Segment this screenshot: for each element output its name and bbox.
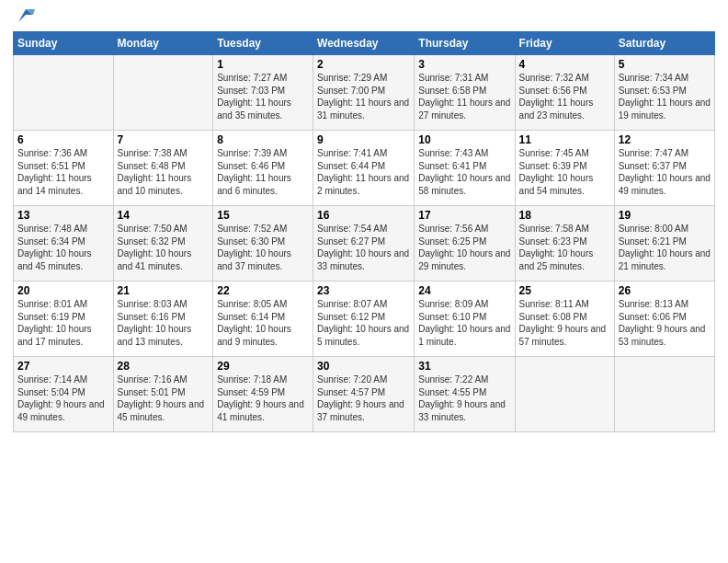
day-info: Sunrise: 7:38 AMSunset: 6:48 PMDaylight:… — [118, 147, 210, 197]
day-number: 2 — [317, 58, 410, 71]
calendar-table: SundayMondayTuesdayWednesdayThursdayFrid… — [13, 31, 715, 432]
day-number: 16 — [317, 209, 410, 222]
day-cell: 24Sunrise: 8:09 AMSunset: 6:10 PMDayligh… — [415, 282, 515, 357]
day-number: 10 — [418, 133, 510, 146]
day-number: 27 — [17, 360, 109, 373]
day-info: Sunrise: 7:31 AMSunset: 6:58 PMDaylight:… — [418, 72, 510, 121]
day-number: 21 — [118, 284, 210, 297]
day-number: 31 — [418, 360, 510, 373]
day-info: Sunrise: 7:22 AMSunset: 4:55 PMDaylight:… — [418, 373, 510, 423]
day-info: Sunrise: 7:43 AMSunset: 6:41 PMDaylight:… — [418, 147, 510, 197]
day-info: Sunrise: 7:54 AMSunset: 6:27 PMDaylight:… — [317, 223, 410, 272]
day-number: 8 — [217, 133, 309, 146]
logo-bird-icon — [15, 6, 35, 26]
day-info: Sunrise: 7:50 AMSunset: 6:32 PMDaylight:… — [118, 223, 210, 272]
day-info: Sunrise: 8:05 AMSunset: 6:14 PMDaylight:… — [217, 298, 309, 348]
day-cell: 23Sunrise: 8:07 AMSunset: 6:12 PMDayligh… — [313, 282, 415, 357]
day-cell: 31Sunrise: 7:22 AMSunset: 4:55 PMDayligh… — [415, 357, 515, 432]
day-info: Sunrise: 7:32 AMSunset: 6:56 PMDaylight:… — [519, 72, 610, 121]
day-number: 14 — [118, 209, 210, 222]
day-cell: 8Sunrise: 7:39 AMSunset: 6:46 PMDaylight… — [213, 131, 313, 206]
day-info: Sunrise: 7:41 AMSunset: 6:44 PMDaylight:… — [317, 147, 410, 197]
day-cell: 18Sunrise: 7:58 AMSunset: 6:23 PMDayligh… — [515, 206, 614, 282]
week-row-3: 13Sunrise: 7:48 AMSunset: 6:34 PMDayligh… — [14, 206, 715, 282]
day-number: 20 — [17, 284, 109, 297]
day-cell: 9Sunrise: 7:41 AMSunset: 6:44 PMDaylight… — [313, 131, 415, 206]
day-cell: 30Sunrise: 7:20 AMSunset: 4:57 PMDayligh… — [313, 357, 415, 432]
day-info: Sunrise: 8:00 AMSunset: 6:21 PMDaylight:… — [619, 223, 711, 272]
week-row-2: 6Sunrise: 7:36 AMSunset: 6:51 PMDaylight… — [14, 131, 715, 206]
day-number: 18 — [519, 209, 610, 222]
day-cell: 4Sunrise: 7:32 AMSunset: 6:56 PMDaylight… — [515, 55, 614, 131]
day-number: 5 — [619, 58, 711, 71]
day-info: Sunrise: 7:45 AMSunset: 6:39 PMDaylight:… — [519, 147, 610, 197]
logo — [13, 13, 35, 26]
day-number: 3 — [418, 58, 510, 71]
week-row-4: 20Sunrise: 8:01 AMSunset: 6:19 PMDayligh… — [14, 282, 715, 357]
day-number: 11 — [519, 133, 610, 146]
day-number: 26 — [619, 284, 711, 297]
day-number: 29 — [217, 360, 309, 373]
day-cell: 1Sunrise: 7:27 AMSunset: 7:03 PMDaylight… — [213, 55, 313, 131]
day-cell: 13Sunrise: 7:48 AMSunset: 6:34 PMDayligh… — [14, 206, 114, 282]
day-number: 6 — [17, 133, 109, 146]
day-number: 22 — [217, 284, 309, 297]
day-info: Sunrise: 7:36 AMSunset: 6:51 PMDaylight:… — [17, 147, 109, 197]
day-cell — [614, 357, 714, 432]
day-info: Sunrise: 7:39 AMSunset: 6:46 PMDaylight:… — [217, 147, 309, 197]
day-cell: 19Sunrise: 8:00 AMSunset: 6:21 PMDayligh… — [614, 206, 714, 282]
day-number: 12 — [619, 133, 711, 146]
col-header-tuesday: Tuesday — [213, 32, 313, 55]
day-info: Sunrise: 7:56 AMSunset: 6:25 PMDaylight:… — [418, 223, 510, 272]
day-number: 15 — [217, 209, 309, 222]
day-number: 28 — [118, 360, 210, 373]
day-number: 1 — [217, 58, 309, 71]
week-row-5: 27Sunrise: 7:14 AMSunset: 5:04 PMDayligh… — [14, 357, 715, 432]
day-cell: 6Sunrise: 7:36 AMSunset: 6:51 PMDaylight… — [14, 131, 114, 206]
day-cell: 3Sunrise: 7:31 AMSunset: 6:58 PMDaylight… — [415, 55, 515, 131]
day-cell: 17Sunrise: 7:56 AMSunset: 6:25 PMDayligh… — [415, 206, 515, 282]
day-cell — [14, 55, 114, 131]
day-info: Sunrise: 8:03 AMSunset: 6:16 PMDaylight:… — [118, 298, 210, 348]
day-cell: 11Sunrise: 7:45 AMSunset: 6:39 PMDayligh… — [515, 131, 614, 206]
day-number: 19 — [619, 209, 711, 222]
day-number: 24 — [418, 284, 510, 297]
day-info: Sunrise: 7:18 AMSunset: 4:59 PMDaylight:… — [217, 373, 309, 423]
day-info: Sunrise: 7:29 AMSunset: 7:00 PMDaylight:… — [317, 72, 410, 121]
calendar-container: SundayMondayTuesdayWednesdayThursdayFrid… — [0, 0, 728, 442]
day-cell: 5Sunrise: 7:34 AMSunset: 6:53 PMDaylight… — [614, 55, 714, 131]
day-cell: 26Sunrise: 8:13 AMSunset: 6:06 PMDayligh… — [614, 282, 714, 357]
day-info: Sunrise: 7:52 AMSunset: 6:30 PMDaylight:… — [217, 223, 309, 272]
header — [13, 9, 715, 26]
col-header-thursday: Thursday — [415, 32, 515, 55]
day-number: 17 — [418, 209, 510, 222]
day-number: 30 — [317, 360, 410, 373]
col-header-sunday: Sunday — [14, 32, 114, 55]
day-info: Sunrise: 7:58 AMSunset: 6:23 PMDaylight:… — [519, 223, 610, 272]
day-cell: 25Sunrise: 8:11 AMSunset: 6:08 PMDayligh… — [515, 282, 614, 357]
day-number: 4 — [519, 58, 610, 71]
day-cell: 12Sunrise: 7:47 AMSunset: 6:37 PMDayligh… — [614, 131, 714, 206]
col-header-saturday: Saturday — [614, 32, 714, 55]
day-info: Sunrise: 7:14 AMSunset: 5:04 PMDaylight:… — [17, 373, 109, 423]
day-cell — [113, 55, 213, 131]
day-cell: 7Sunrise: 7:38 AMSunset: 6:48 PMDaylight… — [113, 131, 213, 206]
day-info: Sunrise: 7:34 AMSunset: 6:53 PMDaylight:… — [619, 72, 711, 121]
day-info: Sunrise: 7:20 AMSunset: 4:57 PMDaylight:… — [317, 373, 410, 423]
day-number: 23 — [317, 284, 410, 297]
day-cell: 22Sunrise: 8:05 AMSunset: 6:14 PMDayligh… — [213, 282, 313, 357]
day-cell: 14Sunrise: 7:50 AMSunset: 6:32 PMDayligh… — [113, 206, 213, 282]
day-info: Sunrise: 7:27 AMSunset: 7:03 PMDaylight:… — [217, 72, 309, 121]
day-info: Sunrise: 7:16 AMSunset: 5:01 PMDaylight:… — [118, 373, 210, 423]
day-cell: 20Sunrise: 8:01 AMSunset: 6:19 PMDayligh… — [14, 282, 114, 357]
col-header-friday: Friday — [515, 32, 614, 55]
week-row-1: 1Sunrise: 7:27 AMSunset: 7:03 PMDaylight… — [14, 55, 715, 131]
day-number: 25 — [519, 284, 610, 297]
day-number: 9 — [317, 133, 410, 146]
day-cell: 10Sunrise: 7:43 AMSunset: 6:41 PMDayligh… — [415, 131, 515, 206]
day-info: Sunrise: 8:11 AMSunset: 6:08 PMDaylight:… — [519, 298, 610, 348]
day-cell: 29Sunrise: 7:18 AMSunset: 4:59 PMDayligh… — [213, 357, 313, 432]
day-number: 13 — [17, 209, 109, 222]
day-cell: 15Sunrise: 7:52 AMSunset: 6:30 PMDayligh… — [213, 206, 313, 282]
day-info: Sunrise: 8:01 AMSunset: 6:19 PMDaylight:… — [17, 298, 109, 348]
